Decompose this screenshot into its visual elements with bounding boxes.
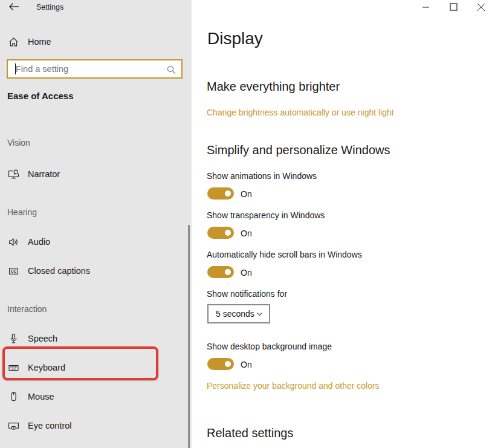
toggle-hide-scrollbars[interactable] xyxy=(207,266,234,278)
app-title: Settings xyxy=(36,3,63,11)
keyboard-icon xyxy=(8,363,19,372)
sidebar-item-label: Speech xyxy=(28,334,57,343)
maximize-button[interactable] xyxy=(439,0,467,16)
audio-icon xyxy=(8,237,19,247)
dropdown-label-notifications: Show notifications for xyxy=(207,289,287,299)
sidebar-item-closed-captions[interactable]: CC Closed captions xyxy=(8,264,90,278)
sidebar-item-label: Eye control xyxy=(28,421,72,430)
eye-control-icon xyxy=(8,421,19,431)
close-icon xyxy=(477,3,485,13)
toggle-label-hide-scrollbars: Automatically hide scroll bars in Window… xyxy=(207,250,362,259)
toggle-label-animations: Show animations in Windows xyxy=(207,171,317,181)
sidebar-item-label: Mouse xyxy=(28,392,54,401)
sidebar-item-speech[interactable]: Speech xyxy=(8,332,57,345)
text-caret xyxy=(15,63,16,74)
window-controls xyxy=(412,0,495,16)
sidebar-item-keyboard[interactable]: Keyboard xyxy=(8,361,65,374)
sidebar-item-mouse[interactable]: Mouse xyxy=(8,390,54,403)
search-input[interactable] xyxy=(8,60,181,77)
close-button[interactable] xyxy=(467,0,495,16)
toggle-state-transparency: On xyxy=(241,229,252,238)
search-icon xyxy=(166,65,176,77)
closed-captions-icon: CC xyxy=(8,266,19,276)
toggle-knob xyxy=(225,230,231,236)
toggle-knob xyxy=(225,190,231,196)
dropdown-selected-value: 5 seconds xyxy=(209,309,256,319)
link-personalize-background[interactable]: Personalize your background and other co… xyxy=(207,381,380,391)
home-icon xyxy=(8,37,19,47)
toggle-animations[interactable] xyxy=(207,187,234,200)
toggle-label-transparency: Show transparency in Windows xyxy=(207,210,325,220)
sidebar-item-home[interactable]: Home xyxy=(8,35,51,48)
back-button[interactable] xyxy=(7,2,21,13)
minimize-icon xyxy=(422,3,430,13)
main-panel: Display Make everything brighter Change … xyxy=(192,0,495,448)
sidebar-group-label-interaction: Interaction xyxy=(7,304,47,314)
search-box xyxy=(7,59,183,79)
notifications-duration-dropdown[interactable]: 5 seconds xyxy=(207,304,270,323)
toggle-label-desktop-background: Show desktop background image xyxy=(207,342,332,351)
settings-window: Settings Home Ease of Access Vision xyxy=(0,0,495,448)
sidebar-item-label: Closed captions xyxy=(28,266,90,276)
sidebar-item-label: Narrator xyxy=(28,169,60,179)
minimize-button[interactable] xyxy=(412,0,439,16)
sidebar-group-label-hearing: Hearing xyxy=(7,207,37,217)
link-change-brightness[interactable]: Change brightness automatically or use n… xyxy=(207,108,394,117)
svg-text:CC: CC xyxy=(11,268,17,273)
sidebar-item-label: Audio xyxy=(28,237,50,247)
mouse-icon xyxy=(8,391,19,402)
section-heading-make-everything-brighter: Make everything brighter xyxy=(207,80,340,94)
toggle-knob xyxy=(225,361,231,367)
toggle-state-animations: On xyxy=(241,189,252,199)
page-title: Display xyxy=(207,29,263,48)
chevron-down-icon xyxy=(256,310,264,318)
back-arrow-icon xyxy=(8,4,20,13)
sidebar-group-label-vision: Vision xyxy=(7,138,30,148)
sidebar-item-audio[interactable]: Audio xyxy=(8,235,50,248)
toggle-state-desktop-background: On xyxy=(241,360,252,369)
toggle-transparency[interactable] xyxy=(207,227,234,239)
sidebar-item-label: Keyboard xyxy=(28,363,65,372)
toggle-knob xyxy=(225,269,231,275)
section-heading-related-settings: Related settings xyxy=(207,426,293,440)
narrator-icon xyxy=(8,169,19,180)
sidebar-item-eye-control[interactable]: Eye control xyxy=(8,419,72,432)
speech-icon xyxy=(8,333,19,344)
maximize-icon xyxy=(450,3,458,13)
sidebar-scrollbar-thumb[interactable] xyxy=(188,225,190,448)
toggle-desktop-background[interactable] xyxy=(207,358,234,370)
sidebar: Settings Home Ease of Access Vision xyxy=(0,0,192,448)
section-heading-simplify-personalize: Simplify and personalize Windows xyxy=(207,143,390,157)
sidebar-item-label: Home xyxy=(28,37,51,47)
sidebar-item-narrator[interactable]: Narrator xyxy=(8,167,60,181)
sidebar-category-title: Ease of Access xyxy=(7,91,74,101)
toggle-state-hide-scrollbars: On xyxy=(241,268,252,278)
